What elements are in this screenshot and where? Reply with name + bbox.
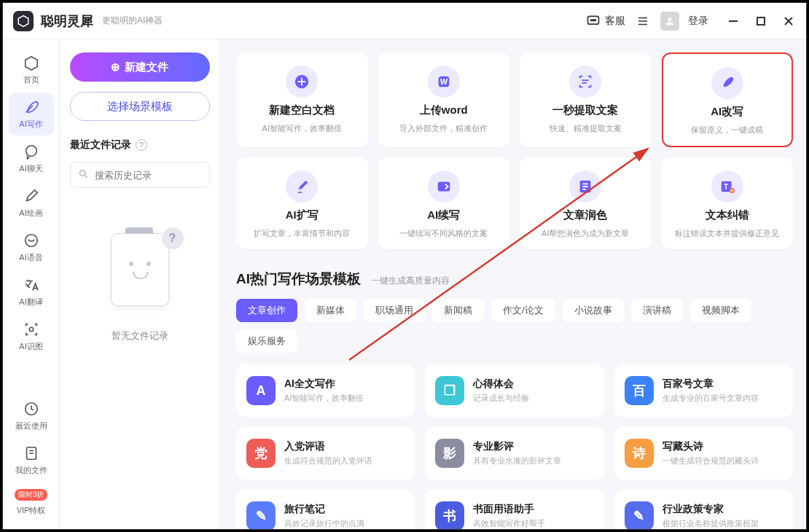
quick-action-card[interactable]: 新建空白文档 AI智能写作，效率翻倍 — [236, 52, 368, 147]
template-icon: 影 — [435, 439, 464, 468]
maximize-button[interactable] — [754, 14, 768, 28]
nav-ai-image[interactable]: AI识图 — [9, 315, 54, 358]
svg-point-8 — [668, 17, 671, 20]
template-tab[interactable]: 演讲稿 — [631, 299, 683, 322]
action-desc: 导入外部文件，精准创作 — [399, 123, 488, 134]
action-icon — [286, 171, 318, 203]
quick-action-card[interactable]: T 文本纠错 标注错误文本并提供修正意见 — [662, 157, 794, 249]
action-icon — [286, 66, 318, 98]
template-card[interactable]: 书 书面用语助手 高效智能写作好帮手 — [425, 490, 603, 529]
template-card[interactable]: 党 入党评语 生成符合规范的入党评语 — [236, 427, 415, 480]
translate-icon — [23, 276, 40, 294]
template-title: 写藏头诗 — [663, 440, 759, 453]
select-template-button[interactable]: 选择场景模板 — [70, 92, 210, 121]
support-label: 客服 — [605, 15, 625, 28]
template-icon: ✎ — [246, 501, 275, 529]
template-icon: 党 — [246, 439, 275, 468]
svg-text:W: W — [440, 77, 448, 86]
recent-files-title: 最近文件记录 — [70, 138, 131, 152]
nav-vip[interactable]: 限时3折 VIP特权 — [9, 483, 54, 522]
empty-text: 暂无文件记录 — [112, 329, 168, 343]
sidebar: 首页 AI写作 AI聊天 AI绘画 AI语音 AI翻译 — [3, 39, 60, 529]
quick-action-card[interactable]: AI改写 保留原义，一键成稿 — [662, 52, 794, 147]
template-icon: 诗 — [625, 439, 654, 468]
template-title: 入党评语 — [284, 440, 372, 453]
template-tab[interactable]: 新闻稿 — [432, 299, 484, 322]
chat-bubble-icon — [23, 143, 40, 160]
action-icon — [428, 171, 460, 203]
nav-ai-writing[interactable]: AI写作 — [9, 93, 54, 136]
svg-rect-35 — [583, 189, 587, 190]
search-input[interactable] — [95, 170, 217, 181]
template-tab[interactable]: 小说故事 — [563, 299, 624, 322]
new-file-button[interactable]: ⊕ 新建文件 — [70, 52, 210, 82]
nav-ai-voice[interactable]: AI语音 — [9, 226, 54, 269]
action-desc: 扩写文章，丰富情节和内容 — [254, 228, 350, 239]
template-tab[interactable]: 娱乐服务 — [236, 329, 297, 353]
template-icon: 百 — [625, 376, 654, 405]
nav-home[interactable]: 首页 — [9, 48, 54, 91]
main-content: 新建空白文档 AI智能写作，效率翻倍W 上传word 导入外部文件，精准创作 一… — [220, 39, 806, 529]
avatar-icon — [660, 12, 679, 31]
help-icon[interactable]: ? — [136, 139, 147, 151]
quick-action-card[interactable]: AI续写 一键续写不同风格的文案 — [378, 157, 510, 249]
action-title: 文本纠错 — [706, 208, 749, 222]
menu-icon[interactable] — [636, 14, 650, 28]
search-box[interactable] — [70, 162, 210, 188]
template-tab[interactable]: 文章创作 — [236, 299, 297, 322]
empty-illustration: ? — [96, 227, 184, 308]
svg-point-4 — [595, 19, 596, 20]
support-button[interactable]: 客服 — [586, 14, 625, 28]
action-icon — [569, 171, 601, 203]
quick-action-card[interactable]: AI扩写 扩写文章，丰富情节和内容 — [236, 157, 368, 249]
template-tab[interactable]: 新媒体 — [305, 299, 356, 322]
login-button[interactable]: 登录 — [660, 12, 708, 31]
action-desc: 一键续写不同风格的文案 — [399, 228, 488, 239]
action-desc: 标注错误文本并提供修正意见 — [675, 228, 779, 239]
template-title: 专业影评 — [473, 440, 561, 453]
audio-icon — [23, 232, 40, 249]
plus-circle-icon: ⊕ — [111, 60, 120, 74]
template-title: AI全文写作 — [284, 378, 364, 391]
svg-point-16 — [25, 235, 37, 247]
app-subtitle: 更聪明的AI神器 — [102, 15, 163, 27]
template-tab[interactable]: 视频脚本 — [690, 299, 751, 322]
svg-rect-34 — [583, 186, 588, 187]
svg-point-15 — [26, 146, 36, 157]
nav-my-files[interactable]: 我的文件 — [9, 439, 54, 482]
action-desc: 快速、精准提取文案 — [550, 123, 622, 134]
nav-recent[interactable]: 最近使用 — [9, 394, 54, 437]
template-card[interactable]: 影 专业影评 具有专业水准的影评文章 — [425, 427, 603, 480]
action-title: 文章润色 — [563, 208, 607, 222]
app-window: 聪明灵犀 更聪明的AI神器 客服 登录 首页 — [2, 2, 807, 530]
action-title: 上传word — [420, 103, 468, 117]
template-card[interactable]: 诗 写藏头诗 一键生成符合规范的藏头诗 — [614, 427, 793, 480]
nav-ai-translate[interactable]: AI翻译 — [9, 270, 54, 313]
quick-action-card[interactable]: 文章润色 AI帮您润色为成为新文章 — [520, 157, 652, 249]
svg-point-17 — [29, 327, 34, 332]
template-tab[interactable]: 作文/论文 — [491, 299, 555, 322]
quick-action-card[interactable]: W 上传word 导入外部文件，精准创作 — [378, 52, 510, 147]
template-card[interactable]: ✎ 旅行笔记 高效记录旅行中的点滴 — [236, 490, 415, 529]
template-desc: 根据行业名称提供政策框架 — [663, 518, 759, 529]
action-title: 一秒提取文案 — [552, 103, 618, 117]
quick-action-card[interactable]: 一秒提取文案 快速、精准提取文案 — [520, 52, 652, 147]
left-panel: ⊕ 新建文件 选择场景模板 最近文件记录 ? ? 暂无文件记录 — [60, 39, 220, 529]
minimize-button[interactable] — [726, 14, 740, 28]
template-desc: 一键生成符合规范的藏头诗 — [663, 455, 759, 466]
template-tab[interactable]: 职场通用 — [364, 299, 425, 322]
clock-icon — [23, 400, 40, 418]
section-title: AI热门写作场景模板 — [236, 270, 361, 289]
app-logo-icon — [13, 11, 34, 31]
nav-ai-chat[interactable]: AI聊天 — [9, 137, 54, 180]
template-card[interactable]: A AI全文写作 AI智能写作，效率翻倍 — [236, 364, 415, 417]
brush-icon — [23, 187, 40, 205]
svg-marker-0 — [18, 15, 28, 26]
close-button[interactable] — [781, 14, 796, 28]
nav-ai-paint[interactable]: AI绘画 — [9, 181, 54, 224]
template-card[interactable]: 百 百家号文章 生成专业的百家号文章内容 — [614, 364, 793, 417]
template-icon: ✎ — [625, 501, 654, 529]
template-card[interactable]: ✎ 行业政策专家 根据行业名称提供政策框架 — [614, 490, 793, 529]
action-icon: W — [428, 66, 460, 98]
template-card[interactable]: ❐ 心得体会 记录成长与经验 — [425, 364, 603, 417]
